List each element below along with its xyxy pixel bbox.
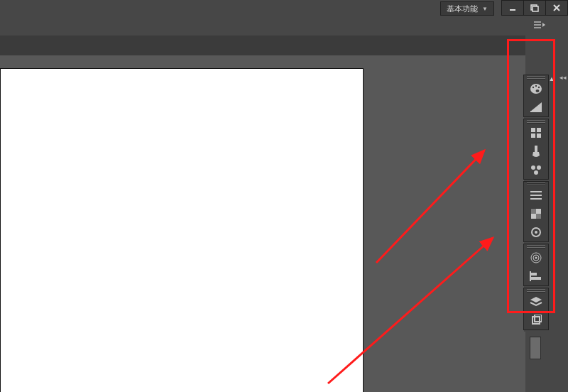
close-button[interactable]	[545, 0, 568, 16]
svg-point-27	[535, 257, 537, 259]
svg-point-16	[534, 170, 538, 175]
panel-group-color	[523, 75, 549, 117]
svg-rect-19	[530, 198, 542, 200]
panel-dock	[524, 75, 548, 332]
expand-panels-icon[interactable]: ◂◂	[559, 74, 567, 81]
svg-rect-13	[535, 146, 537, 152]
panel-group-layers	[523, 288, 549, 330]
svg-rect-8	[530, 111, 542, 112]
title-bar: 基本功能 ▼	[0, 0, 568, 16]
document-area	[0, 55, 525, 392]
svg-rect-29	[531, 277, 541, 280]
svg-rect-0	[510, 9, 515, 11]
chevron-down-icon: ▼	[482, 6, 488, 12]
brush-icon[interactable]	[525, 142, 547, 160]
svg-point-14	[531, 165, 535, 170]
svg-rect-21	[531, 209, 536, 214]
svg-point-5	[532, 87, 534, 88]
stroke-icon[interactable]	[525, 186, 547, 205]
panel-group-appearance	[523, 244, 549, 286]
color-palette-icon[interactable]	[525, 80, 547, 98]
workspace-switcher[interactable]: 基本功能 ▼	[440, 1, 494, 16]
minimize-button[interactable]	[501, 0, 524, 16]
panel-collapse-arrow-icon[interactable]: ▲	[548, 72, 555, 85]
svg-point-7	[538, 87, 540, 88]
svg-rect-2	[532, 6, 538, 11]
svg-rect-17	[530, 191, 542, 192]
transparency-icon[interactable]	[525, 205, 547, 223]
svg-rect-12	[537, 134, 541, 138]
svg-rect-31	[532, 317, 540, 324]
svg-rect-10	[537, 128, 541, 132]
symbols-icon[interactable]	[525, 160, 547, 179]
svg-rect-11	[531, 134, 535, 138]
workspace-label: 基本功能	[447, 4, 478, 14]
panel-group-stroke	[523, 181, 549, 242]
maximize-button[interactable]	[523, 0, 546, 16]
svg-rect-28	[531, 273, 537, 276]
align-icon[interactable]	[525, 267, 547, 285]
canvas-artboard[interactable]	[0, 68, 364, 392]
window-controls	[502, 0, 568, 14]
svg-point-24	[535, 231, 537, 234]
vertical-scrollbar-thumb[interactable]	[530, 337, 541, 359]
panel-group-swatches	[523, 119, 549, 180]
svg-rect-22	[536, 214, 541, 219]
document-tab-bar[interactable]	[0, 36, 525, 56]
gradient-icon[interactable]	[525, 98, 547, 116]
svg-point-15	[537, 165, 541, 170]
layers-icon[interactable]	[525, 293, 547, 311]
svg-point-6	[535, 85, 537, 87]
workspace: ▲ ◂◂	[0, 36, 568, 392]
svg-rect-32	[535, 315, 542, 322]
graphic-styles-icon[interactable]	[525, 223, 547, 241]
svg-rect-18	[530, 195, 542, 196]
svg-point-4	[536, 89, 540, 92]
options-menu-icon[interactable]	[534, 21, 545, 31]
artboards-icon[interactable]	[525, 311, 547, 330]
svg-rect-9	[531, 128, 535, 132]
svg-rect-30	[530, 271, 531, 281]
options-bar	[0, 16, 568, 36]
swatches-icon[interactable]	[525, 124, 547, 142]
appearance-icon[interactable]	[525, 249, 547, 267]
